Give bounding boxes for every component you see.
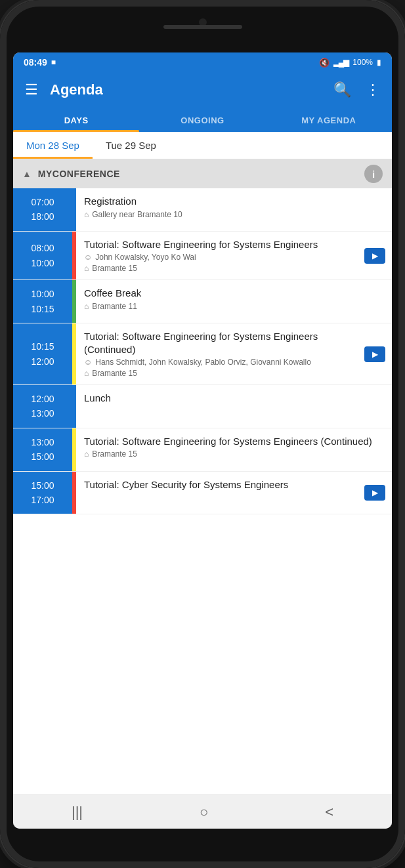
session-title-tutorial1: Tutorial: Software Engineering for Syste… bbox=[84, 238, 356, 251]
session-location-tutorial3: ⌂ Bramante 15 bbox=[84, 449, 384, 459]
search-icon[interactable]: 🔍 bbox=[331, 79, 354, 101]
status-time: 08:49 bbox=[24, 57, 47, 68]
conference-info-icon[interactable]: i bbox=[364, 165, 383, 183]
session-title-registration: Registration bbox=[84, 195, 384, 208]
session-tutorial3[interactable]: 13:00 15:00 Tutorial: Software Engineeri… bbox=[13, 428, 392, 472]
time-coffee: 10:00 10:15 bbox=[13, 280, 72, 323]
nav-home-button[interactable]: ○ bbox=[186, 798, 221, 826]
recording-icon: ■ bbox=[51, 58, 56, 67]
location-icon: ⌂ bbox=[84, 210, 89, 219]
nav-back-button[interactable]: < bbox=[312, 798, 347, 826]
session-coffee[interactable]: 10:00 10:15 Coffee Break ⌂ Bramante 11 bbox=[13, 280, 392, 323]
session-speakers-tutorial1: ☺ John Kowalsky, Yoyo Ko Wai bbox=[84, 253, 356, 262]
session-content-lunch: Lunch bbox=[76, 385, 392, 428]
session-location-tutorial1: ⌂ Bramante 15 bbox=[84, 264, 356, 273]
conference-name: MYCONFERENCE bbox=[38, 169, 358, 179]
mute-icon: 🔇 bbox=[319, 58, 330, 68]
session-content-tutorial4: Tutorial: Cyber Security for Systems Eng… bbox=[76, 472, 364, 514]
session-title-lunch: Lunch bbox=[84, 392, 384, 405]
status-right: 🔇 ▂▄▆ 100% ▮ bbox=[319, 58, 381, 68]
screen: 08:49 ■ 🔇 ▂▄▆ 100% ▮ ☰ Agenda 🔍 ⋮ DAYS O… bbox=[13, 52, 392, 829]
phone-shell: 08:49 ■ 🔇 ▂▄▆ 100% ▮ ☰ Agenda 🔍 ⋮ DAYS O… bbox=[0, 0, 405, 868]
session-content-tutorial2: Tutorial: Software Engineering for Syste… bbox=[76, 323, 364, 384]
location-icon-3: ⌂ bbox=[84, 302, 89, 311]
session-content-tutorial3: Tutorial: Software Engineering for Syste… bbox=[76, 428, 392, 471]
location-icon-4: ⌂ bbox=[84, 369, 89, 378]
signal-icon: ▂▄▆ bbox=[333, 58, 349, 67]
session-title-tutorial4: Tutorial: Cyber Security for Systems Eng… bbox=[84, 478, 356, 491]
video-icon-tutorial2: ▶ bbox=[364, 346, 385, 362]
location-icon-5: ⌂ bbox=[84, 449, 89, 459]
day-tue29[interactable]: Tue 29 Sep bbox=[93, 132, 169, 159]
day-mon28[interactable]: Mon 28 Sep bbox=[13, 132, 93, 159]
session-content-tutorial1: Tutorial: Software Engineering for Syste… bbox=[76, 232, 364, 280]
session-title-coffee: Coffee Break bbox=[84, 287, 384, 300]
conference-header[interactable]: ▲ MYCONFERENCE i bbox=[13, 159, 392, 188]
video-icon-tutorial1: ▶ bbox=[364, 248, 385, 264]
status-bar: 08:49 ■ 🔇 ▂▄▆ 100% ▮ bbox=[13, 52, 392, 72]
time-tutorial3: 13:00 15:00 bbox=[13, 428, 72, 471]
session-location-registration: ⌂ Gallery near Bramante 10 bbox=[84, 210, 384, 219]
session-speakers-tutorial2: ☺ Hans Schmidt, John Kowalsky, Pablo Orv… bbox=[84, 358, 356, 367]
session-video-tutorial4: ▶ bbox=[364, 472, 392, 514]
app-header: ☰ Agenda 🔍 ⋮ bbox=[13, 72, 392, 108]
tab-ongoing[interactable]: ONGOING bbox=[139, 108, 265, 132]
tab-my-agenda[interactable]: MY AGENDA bbox=[266, 108, 392, 132]
session-registration[interactable]: 07:00 18:00 Registration ⌂ Gallery near … bbox=[13, 188, 392, 232]
menu-icon[interactable]: ☰ bbox=[22, 79, 41, 101]
session-tutorial1[interactable]: 08:00 10:00 Tutorial: Software Engineeri… bbox=[13, 232, 392, 281]
person-icon-2: ☺ bbox=[84, 358, 92, 367]
session-title-tutorial2: Tutorial: Software Engineering for Syste… bbox=[84, 330, 356, 356]
status-left: 08:49 ■ bbox=[24, 57, 56, 68]
session-video-tutorial1: ▶ bbox=[364, 232, 392, 280]
tabs-bar: DAYS ONGOING MY AGENDA bbox=[13, 108, 392, 132]
more-options-icon[interactable]: ⋮ bbox=[363, 79, 383, 101]
nav-menu-button[interactable]: ||| bbox=[58, 798, 96, 826]
time-lunch: 12:00 13:00 bbox=[13, 385, 72, 428]
battery-label: 100% bbox=[352, 58, 373, 67]
bottom-nav: ||| ○ < bbox=[13, 795, 392, 829]
battery-icon: ▮ bbox=[377, 58, 381, 67]
time-registration: 07:00 18:00 bbox=[13, 188, 72, 231]
day-selector: Mon 28 Sep Tue 29 Sep bbox=[13, 132, 392, 159]
session-lunch[interactable]: 12:00 13:00 Lunch bbox=[13, 385, 392, 428]
time-tutorial2: 10:15 12:00 bbox=[13, 323, 72, 384]
time-tutorial1: 08:00 10:00 bbox=[13, 232, 72, 280]
session-video-tutorial2: ▶ bbox=[364, 323, 392, 384]
session-tutorial2[interactable]: 10:15 12:00 Tutorial: Software Engineeri… bbox=[13, 323, 392, 385]
tab-days[interactable]: DAYS bbox=[13, 108, 139, 132]
session-tutorial4[interactable]: 15:00 17:00 Tutorial: Cyber Security for… bbox=[13, 472, 392, 515]
session-location-coffee: ⌂ Bramante 11 bbox=[84, 302, 384, 311]
person-icon: ☺ bbox=[84, 253, 92, 262]
video-icon-tutorial4: ▶ bbox=[364, 485, 385, 501]
speaker bbox=[163, 25, 242, 29]
location-icon-2: ⌂ bbox=[84, 264, 89, 273]
session-content-registration: Registration ⌂ Gallery near Bramante 10 bbox=[76, 188, 392, 231]
app-title: Agenda bbox=[50, 81, 322, 98]
session-title-tutorial3: Tutorial: Software Engineering for Syste… bbox=[84, 435, 384, 448]
sessions-list: 07:00 18:00 Registration ⌂ Gallery near … bbox=[13, 188, 392, 795]
time-tutorial4: 15:00 17:00 bbox=[13, 472, 72, 514]
session-content-coffee: Coffee Break ⌂ Bramante 11 bbox=[76, 280, 392, 323]
collapse-icon: ▲ bbox=[22, 169, 32, 179]
session-location-tutorial2: ⌂ Bramante 15 bbox=[84, 369, 356, 378]
